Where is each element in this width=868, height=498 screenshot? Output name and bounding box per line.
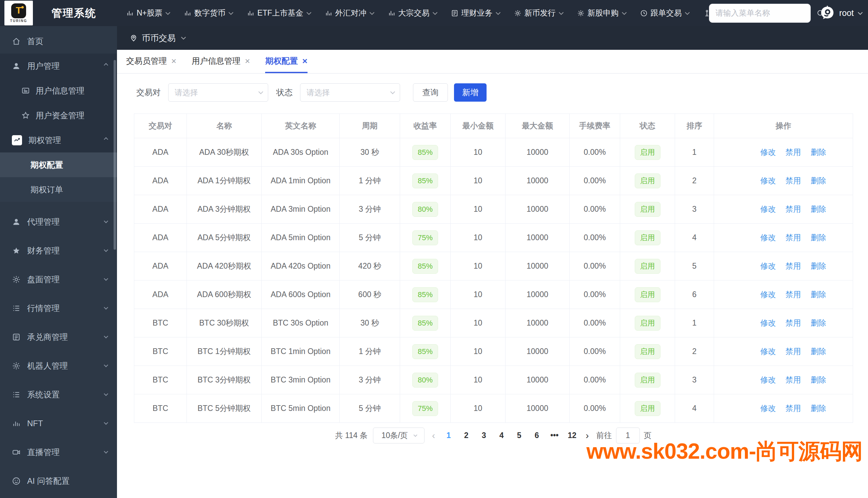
- delete-link[interactable]: 删除: [811, 205, 826, 213]
- cell-sort: 3: [675, 366, 714, 394]
- page-5[interactable]: 5: [513, 431, 525, 440]
- edit-link[interactable]: 修改: [760, 148, 776, 157]
- status-badge: 启用: [635, 259, 661, 274]
- id-card-icon: [21, 87, 30, 95]
- page-4[interactable]: 4: [495, 431, 508, 440]
- cell-name: BTC 1分钟期权: [187, 338, 262, 366]
- status-select[interactable]: 请选择: [300, 83, 400, 102]
- edit-link[interactable]: 修改: [760, 404, 776, 412]
- top-menu-item-etf[interactable]: ETF上市基金: [247, 8, 309, 18]
- add-button[interactable]: 新增: [454, 83, 487, 102]
- disable-link[interactable]: 禁用: [786, 262, 801, 270]
- page-12[interactable]: 12: [566, 431, 578, 440]
- user-menu[interactable]: root: [819, 5, 861, 21]
- sidebar-item-nft[interactable]: NFT: [0, 409, 117, 438]
- disable-link[interactable]: 禁用: [786, 290, 801, 299]
- menu-search-input[interactable]: [715, 8, 816, 18]
- delete-link[interactable]: 删除: [811, 233, 826, 242]
- disable-link[interactable]: 禁用: [786, 148, 801, 157]
- edit-link[interactable]: 修改: [760, 205, 776, 213]
- disable-link[interactable]: 禁用: [786, 233, 801, 242]
- sidebar-item-user-funds[interactable]: 用户资金管理: [0, 103, 117, 128]
- cell-actions: 修改 禁用 删除: [714, 338, 853, 366]
- top-menu-item-crypto[interactable]: 数字货币: [184, 8, 232, 18]
- sidebar-item-market-panel[interactable]: 盘面管理: [0, 265, 117, 294]
- edit-link[interactable]: 修改: [760, 262, 776, 270]
- sidebar-item-ai-qa[interactable]: AI 问答配置: [0, 467, 117, 495]
- cell-fee: 0.00%: [570, 195, 620, 224]
- edit-link[interactable]: 修改: [760, 233, 776, 242]
- query-button[interactable]: 查询: [413, 83, 448, 102]
- sidebar-item-acceptor[interactable]: 承兑商管理: [0, 323, 117, 351]
- table-row: BTC BTC 3分钟期权 BTC 3min Option 3 分钟 80% 1…: [134, 366, 853, 394]
- tab-option-config[interactable]: 期权配置 ×: [265, 50, 307, 73]
- sidebar-item-system-settings[interactable]: 系统设置: [0, 380, 117, 409]
- page-1[interactable]: 1: [443, 431, 455, 440]
- page-3[interactable]: 3: [478, 431, 490, 440]
- close-icon[interactable]: ×: [302, 56, 307, 65]
- close-icon[interactable]: ×: [171, 56, 176, 65]
- close-icon[interactable]: ×: [245, 56, 250, 65]
- delete-link[interactable]: 删除: [811, 347, 826, 356]
- sidebar-item-quotes[interactable]: 行情管理: [0, 294, 117, 323]
- status-badge: 启用: [635, 202, 661, 217]
- prev-page-button[interactable]: ‹: [430, 431, 437, 441]
- breadcrumb[interactable]: 币币交易: [142, 32, 176, 44]
- top-menu-item-wealth[interactable]: 理财业务: [451, 8, 499, 18]
- tab-user-info-management[interactable]: 用户信息管理 ×: [192, 50, 250, 73]
- cell-period: 30 秒: [340, 138, 400, 167]
- sidebar-item-home[interactable]: 首页: [0, 29, 117, 53]
- edit-link[interactable]: 修改: [760, 375, 776, 384]
- sidebar-item-user-info[interactable]: 用户信息管理: [0, 78, 117, 103]
- edit-link[interactable]: 修改: [760, 347, 776, 356]
- table-row: ADA ADA 420秒期权 ADA 420s Option 420 秒 85%…: [134, 252, 853, 280]
- cell-pair: BTC: [134, 338, 187, 366]
- sidebar-item-option-management[interactable]: 期权管理: [0, 128, 117, 153]
- sidebar-item-robot[interactable]: 机器人管理: [0, 351, 117, 380]
- delete-link[interactable]: 删除: [811, 318, 826, 327]
- page-6[interactable]: 6: [531, 431, 543, 440]
- top-menu-item-stocks[interactable]: N+股票: [126, 8, 169, 18]
- top-menu-item-copytrade[interactable]: 跟单交易: [640, 8, 688, 18]
- pair-select[interactable]: 请选择: [168, 83, 268, 102]
- delete-link[interactable]: 删除: [811, 404, 826, 412]
- edit-link[interactable]: 修改: [760, 176, 776, 185]
- disable-link[interactable]: 禁用: [786, 318, 801, 327]
- edit-link[interactable]: 修改: [760, 318, 776, 327]
- sidebar-item-option-config[interactable]: 期权配置: [0, 153, 117, 177]
- menu-search[interactable]: [709, 4, 811, 23]
- top-menu-item-ipo[interactable]: 新股申购: [577, 8, 625, 18]
- sidebar-scrollbar[interactable]: [114, 60, 116, 250]
- top-menu-item-forex[interactable]: 外汇对冲: [325, 8, 373, 18]
- sidebar-item-finance[interactable]: 财务管理: [0, 236, 117, 265]
- delete-link[interactable]: 删除: [811, 148, 826, 157]
- cell-period: 3 分钟: [340, 195, 400, 224]
- page-ellipsis[interactable]: •••: [548, 431, 561, 440]
- sidebar-item-option-orders[interactable]: 期权订单: [0, 177, 117, 202]
- col-rate: 收益率: [400, 114, 451, 138]
- top-menu-item-newcoin[interactable]: 新币发行: [514, 8, 562, 18]
- pair-filter-label: 交易对: [136, 87, 161, 98]
- delete-link[interactable]: 删除: [811, 262, 826, 270]
- delete-link[interactable]: 删除: [811, 176, 826, 185]
- options-table: 交易对 名称 英文名称 周期 收益率 最小金额 最大金额 手续费率 状态 排序 …: [134, 114, 853, 423]
- status-badge: 启用: [635, 401, 661, 416]
- app-logo[interactable]: T TURING: [4, 1, 33, 25]
- delete-link[interactable]: 删除: [811, 375, 826, 384]
- sidebar-item-agent[interactable]: 代理管理: [0, 207, 117, 236]
- disable-link[interactable]: 禁用: [786, 375, 801, 384]
- disable-link[interactable]: 禁用: [786, 176, 801, 185]
- avatar: [819, 5, 835, 21]
- disable-link[interactable]: 禁用: [786, 404, 801, 412]
- top-menu-item-bulk[interactable]: 大宗交易: [388, 8, 436, 18]
- delete-link[interactable]: 删除: [811, 290, 826, 299]
- table-row: ADA ADA 3分钟期权 ADA 3min Option 3 分钟 80% 1…: [134, 195, 853, 224]
- tab-trader-management[interactable]: 交易员管理 ×: [126, 50, 176, 73]
- sidebar-item-user-management[interactable]: 用户管理: [0, 53, 117, 78]
- disable-link[interactable]: 禁用: [786, 347, 801, 356]
- disable-link[interactable]: 禁用: [786, 205, 801, 213]
- page-size-select[interactable]: 10条/页: [373, 428, 424, 444]
- edit-link[interactable]: 修改: [760, 290, 776, 299]
- sidebar-item-livestream[interactable]: 直播管理: [0, 438, 117, 467]
- page-2[interactable]: 2: [460, 431, 472, 440]
